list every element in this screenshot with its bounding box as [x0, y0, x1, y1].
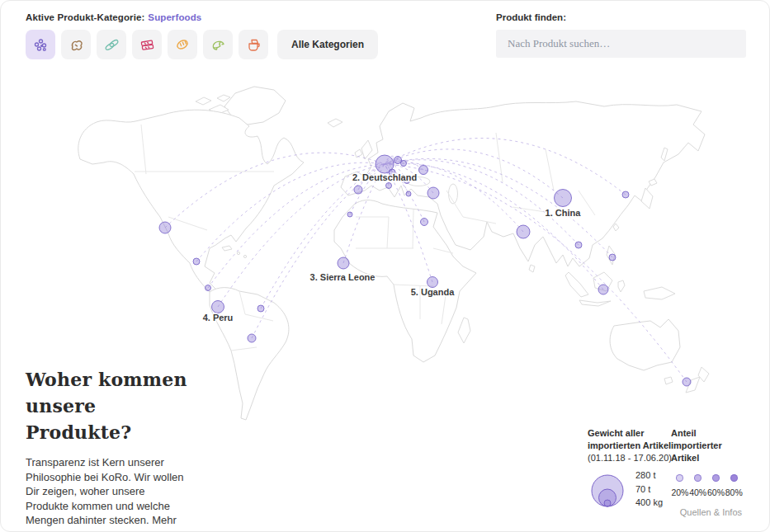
legend-share: Anteil importierter Artikel 20%40%60%80% [671, 427, 749, 497]
landmass-australia [610, 319, 680, 370]
weight-scale-labels: 280 t 70 t 400 kg [635, 470, 663, 509]
share-step-dot [730, 474, 738, 482]
category-button-superfoods[interactable] [26, 30, 55, 59]
origin-bubble[interactable] [401, 161, 407, 167]
share-step: 20% [671, 474, 689, 497]
search-input[interactable] [496, 30, 746, 58]
weight-label-small: 400 kg [635, 497, 663, 507]
food-journal-link[interactable]: Food Journal. [66, 529, 132, 532]
origin-bubble[interactable] [419, 166, 428, 175]
share-step: 60% [707, 474, 725, 497]
dried-fruit-icon [174, 36, 191, 53]
active-category-label: Aktive Produkt-Kategorie: [26, 12, 144, 22]
landmass-madagascar [458, 318, 470, 343]
weight-label-large: 280 t [635, 470, 663, 480]
share-step-label: 20% [671, 487, 688, 497]
weight-scale-circles [588, 469, 627, 509]
country-label: 2. Deutschland [352, 172, 417, 182]
origin-bubble[interactable] [575, 242, 582, 248]
origin-bubble[interactable] [347, 212, 352, 217]
intro-block: Woher kommenunsere Produkte? Transparenz… [26, 366, 195, 532]
origin-bubble[interactable] [421, 219, 428, 226]
all-categories-button[interactable]: Alle Kategorien [277, 30, 378, 59]
category-button-jar[interactable] [239, 30, 268, 59]
active-category-line: Aktive Produkt-Kategorie:Superfoods [26, 12, 378, 22]
seeds-icon [103, 36, 120, 53]
share-scale-row: 20%40%60%80% [671, 474, 749, 497]
origin-bubble[interactable] [193, 258, 200, 265]
country-label: 4. Peru [203, 313, 234, 322]
header-left: Aktive Produkt-Kategorie:Superfoods [26, 12, 378, 59]
header-search: Produkt finden: [496, 12, 746, 58]
share-step: 40% [689, 474, 707, 497]
country-label: 3. Sierra Leone [310, 272, 376, 282]
koro-origin-map-page: 1. China2. Deutschland3. Sierra Leone4. … [0, 0, 770, 532]
origin-bubble[interactable] [428, 187, 439, 199]
origin-bubble[interactable] [257, 305, 264, 312]
share-step-dot [712, 474, 720, 482]
share-step-label: 60% [707, 487, 725, 497]
origin-bubble[interactable] [338, 257, 349, 269]
origin-bubble[interactable] [598, 285, 608, 294]
origin-bubble[interactable] [354, 186, 362, 194]
country-label: 5. Uganda [411, 287, 455, 297]
category-button-dried-fruit[interactable] [168, 30, 197, 59]
origin-bubble[interactable] [406, 191, 411, 196]
croissant-icon [210, 36, 226, 53]
legend-share-title: Anteil importierter Artikel [671, 427, 749, 464]
origin-bubble[interactable] [555, 190, 572, 207]
page-title: Woher kommenunsere Produkte? [26, 366, 195, 445]
share-step-label: 80% [725, 487, 743, 497]
active-category-value[interactable]: Superfoods [148, 12, 201, 22]
berries-icon [32, 36, 49, 53]
origin-bubble[interactable] [428, 277, 438, 288]
origin-bubble[interactable] [609, 254, 616, 261]
landmass-uk [361, 140, 372, 159]
category-button-bars[interactable] [132, 30, 162, 59]
bars-icon [139, 36, 155, 53]
nuts-icon [68, 36, 84, 53]
origin-bubble[interactable] [205, 285, 211, 291]
origin-bubble[interactable] [159, 222, 171, 233]
origin-bubble[interactable] [386, 183, 392, 189]
share-step-label: 40% [689, 487, 706, 497]
category-button-nuts[interactable] [61, 30, 91, 59]
sources-link[interactable]: Quellen & Infos [680, 507, 742, 517]
landmass-north-america [78, 110, 304, 292]
category-buttons-row: Alle Kategorien [26, 30, 378, 59]
intro-paragraph: Transparenz ist Kern unserer Philosophie… [26, 455, 189, 532]
share-step-dot [694, 474, 702, 482]
landmass-new-zealand [698, 367, 709, 382]
origin-bubble[interactable] [517, 225, 530, 238]
share-step-dot [676, 474, 683, 482]
jar-icon [245, 36, 262, 53]
category-button-seeds[interactable] [97, 30, 126, 59]
origin-bubble[interactable] [683, 378, 691, 386]
origin-bubble[interactable] [212, 301, 224, 313]
search-label: Produkt finden: [496, 12, 746, 22]
category-button-croissant[interactable] [203, 30, 233, 59]
origin-bubble[interactable] [622, 191, 629, 198]
weight-label-medium: 70 t [635, 484, 663, 494]
share-step: 80% [725, 474, 743, 497]
origin-bubble[interactable] [248, 334, 256, 342]
country-label: 1. China [546, 208, 582, 218]
